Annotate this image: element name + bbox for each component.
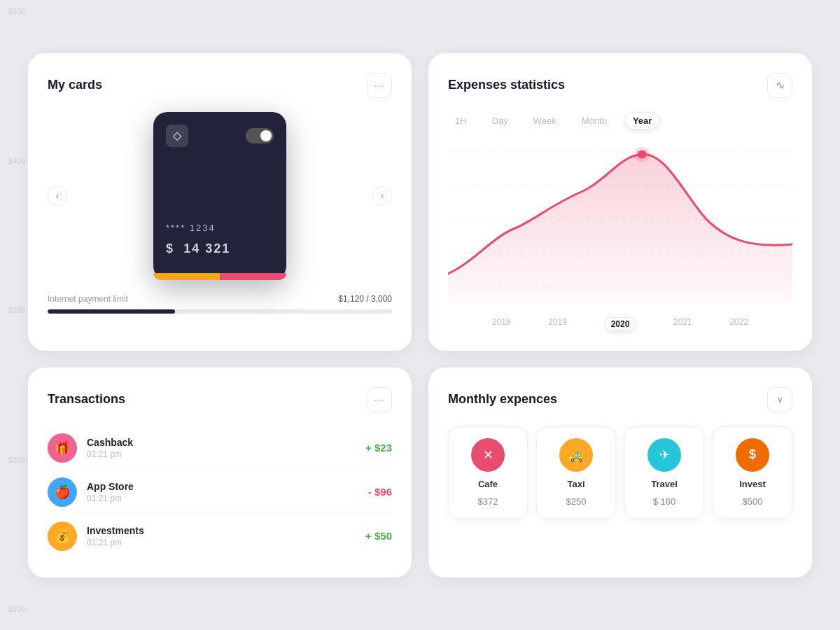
investments-icon: 💰 [48,522,77,551]
payment-limit-row: Internet payment limit $1,120 / 3,000 [48,294,392,304]
cafe-icon: ✕ [471,438,505,472]
invest-amount: $500 [743,496,763,507]
transaction-item-cashback: 🎁 Cashback 01:21 pm + $23 [48,426,392,470]
monthly-grid: ✕ Cafe $372 🚕 Taxi $250 ✈ Travel $ 160 [448,426,792,519]
chart-container: $500 $400 $300 $200 $100 [448,144,792,331]
investments-name: Investments [87,525,365,536]
invest-name: Invest [739,479,766,489]
transactions-panel: Transactions ··· 🎁 Cashback 01:21 pm + $… [28,368,412,578]
y-label-500: $500 [0,7,25,15]
expenses-title: Expenses statistics [448,78,565,92]
chart-filters: 1H Day Week Month Year [448,112,792,130]
limit-separator: / [366,294,371,304]
x-label-2019: 2019 [548,317,567,331]
progress-fill [48,309,175,314]
expenses-header: Expenses statistics ∿ [448,73,792,98]
chart-area [448,144,792,312]
my-cards-panel: My cards ··· ‹ ◇ **** 1234 $ [28,53,412,351]
y-label-100: $100 [0,605,25,613]
expense-card-invest[interactable]: $ Invest $500 [713,426,792,519]
filter-month[interactable]: Month [575,113,614,129]
filter-day[interactable]: Day [485,113,515,129]
card-top-row: ◇ [166,125,274,147]
left-arrow-icon: ‹ [56,190,59,201]
transactions-header: Transactions ··· [48,387,392,412]
appstore-icon: 🍎 [48,477,77,507]
x-label-2018: 2018 [492,317,511,331]
cafe-name: Cafe [478,479,498,489]
cashback-amount: + $23 [365,442,392,454]
chevron-down-icon: ∨ [777,395,783,405]
card-bottom: **** 1234 $ 14 321 [166,223,274,267]
taxi-name: Taxi [567,479,584,489]
cards-header: My cards ··· [48,73,392,98]
transactions-list: 🎁 Cashback 01:21 pm + $23 🍎 App Store 01… [48,426,392,558]
limit-used: $1,120 [338,294,364,304]
filter-year[interactable]: Year [625,112,659,130]
x-label-2020[interactable]: 2020 [605,317,636,331]
appstore-amount: - $96 [368,486,392,498]
appstore-time: 01:21 pm [87,493,368,503]
appstore-name: App Store [87,481,368,492]
taxi-amount: $250 [566,496,587,507]
cashback-info: Cashback 01:21 pm [87,437,365,459]
x-label-2022: 2022 [729,317,748,331]
limit-total: 3,000 [371,294,392,304]
card-logo: ◇ [166,125,188,147]
chart-menu-button[interactable]: ∿ [767,73,792,98]
monthly-header: Monthly expences ∨ [448,387,792,412]
cashback-icon: 🎁 [48,433,77,463]
cards-menu-button[interactable]: ··· [367,73,392,98]
transaction-item-appstore: 🍎 App Store 01:21 pm - $96 [48,470,392,514]
y-label-400: $400 [0,157,25,165]
expenses-panel: Expenses statistics ∿ 1H Day Week Month … [428,53,812,351]
cashback-name: Cashback [87,437,365,448]
expense-card-cafe[interactable]: ✕ Cafe $372 [448,426,528,519]
dots-icon: ··· [374,80,385,91]
payment-limit-amount: $1,120 / 3,000 [338,294,392,304]
expense-card-taxi[interactable]: 🚕 Taxi $250 [536,426,616,519]
card-balance: $ 14 321 [166,236,274,267]
cards-title: My cards [48,78,102,92]
card-toggle[interactable] [246,128,274,144]
x-label-2021: 2021 [673,317,692,331]
monthly-panel: Monthly expences ∨ ✕ Cafe $372 🚕 Taxi $2… [428,368,812,578]
taxi-icon: 🚕 [559,438,593,472]
investments-amount: + $50 [365,530,392,542]
travel-icon: ✈ [648,438,681,472]
cafe-amount: $372 [478,496,498,507]
investments-time: 01:21 pm [87,538,365,547]
travel-name: Travel [651,479,678,489]
transactions-menu-button[interactable]: ··· [367,387,392,412]
x-axis: 2018 2019 2020 2021 2022 [448,317,792,331]
tx-dots-icon: ··· [374,394,385,405]
y-axis: $500 $400 $300 $200 $100 [0,0,25,630]
transaction-item-investments: 💰 Investments 01:21 pm + $50 [48,514,392,558]
prev-card-button[interactable]: ‹ [48,186,67,206]
balance-value: 14 321 [183,241,230,255]
right-arrow-icon: › [381,190,384,201]
credit-card: ◇ **** 1234 $ 14 321 [153,112,286,280]
chart-icon: ∿ [776,78,785,92]
payment-progress-bar [48,309,392,314]
card-carousel: ‹ ◇ **** 1234 $ 14 321 › [48,112,392,280]
chart-svg [448,144,792,312]
filter-week[interactable]: Week [526,113,564,129]
transactions-title: Transactions [48,392,125,407]
invest-icon: $ [736,438,769,472]
cashback-time: 01:21 pm [87,449,365,459]
travel-amount: $ 160 [653,496,676,507]
expense-card-travel[interactable]: ✈ Travel $ 160 [624,426,704,519]
appstore-info: App Store 01:21 pm [87,481,368,503]
chart-body: 2018 2019 2020 2021 2022 [448,144,792,331]
diamond-icon: ◇ [173,129,181,142]
next-card-button[interactable]: › [372,186,392,206]
y-label-300: $300 [0,306,25,314]
filter-1h[interactable]: 1H [448,113,474,129]
payment-limit-label: Internet payment limit [48,294,128,304]
investments-info: Investments 01:21 pm [87,525,365,547]
monthly-title: Monthly expences [448,392,557,407]
monthly-dropdown-button[interactable]: ∨ [767,387,792,412]
balance-symbol: $ [166,241,174,255]
svg-point-5 [634,146,650,162]
